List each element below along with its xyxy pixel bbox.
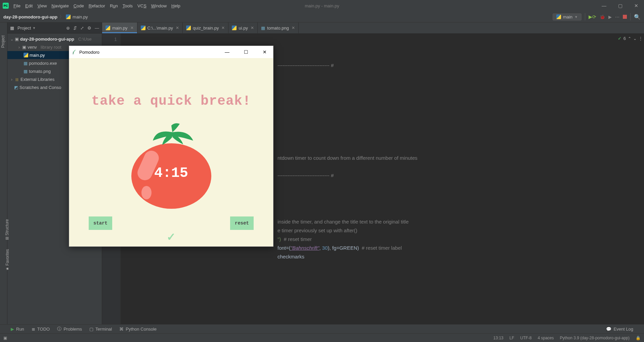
tool-label: Python Console [126,327,157,332]
close-tab-icon[interactable]: ✕ [251,26,254,30]
code-fragment: , [319,245,322,251]
line-separator[interactable]: LF [510,336,514,340]
indent-settings[interactable]: 4 spaces [538,336,554,340]
breadcrumb-file[interactable]: main.py [73,14,88,19]
python-file-icon [232,26,237,30]
locate-file-button[interactable]: ⊕ [66,26,70,31]
start-button[interactable]: start [89,216,112,230]
tool-label: TODO [37,327,50,332]
close-tab-icon[interactable]: ✕ [130,26,134,30]
tree-arrow-icon[interactable]: › [10,77,13,82]
pomodoro-close-button[interactable]: ✕ [259,49,270,55]
python-console-tool-tab[interactable]: ⌘Python Console [119,327,157,332]
project-settings-button[interactable]: ⚙ [87,26,91,31]
tomato-shine-dot [141,186,152,199]
more-actions-button[interactable]: ⋯ [615,14,619,19]
menu-vcs[interactable]: VCS [137,3,146,8]
navigation-bar: day-28-pomodoro-gui-app 〉 main.py main ▼… [0,11,644,22]
problems-tool-tab[interactable]: ⓘProblems [57,326,82,332]
close-tab-icon[interactable]: ✕ [176,26,179,30]
menu-code[interactable]: Code [74,3,84,8]
rail-tab-structure[interactable]: ⊞ Structure [5,219,9,240]
pomodoro-window-title: Pomodoro [79,50,99,55]
expand-all-button[interactable]: ⇵ [73,26,77,31]
image-file-icon: ▩ [261,26,265,31]
main-menu-bar: File Edit View Navigate Code Refactor Ru… [13,3,180,8]
code-fragment: # reset timer label [362,245,402,251]
toolbar-separator [585,13,585,20]
project-view-selector[interactable]: Project ▼ [17,26,63,31]
caret-position[interactable]: 13:13 [493,336,503,340]
terminal-icon: ▢ [89,327,93,332]
pomodoro-title-bar[interactable]: Pomodoro — ☐ ✕ [69,46,273,58]
todo-icon: ≣ [32,327,35,332]
python-interpreter[interactable]: Python 3.9 (day-28-pomodoro-gui-app) [560,336,630,340]
event-log-tool-tab[interactable]: 💬Event Log [606,327,633,332]
menu-navigate[interactable]: Navigate [51,3,69,8]
tree-file-label: tomato.png [29,69,51,74]
code-fragment: 30 [322,245,328,251]
menu-run[interactable]: Run [110,3,118,8]
maximize-button[interactable]: ▢ [615,3,625,8]
menu-window[interactable]: Window [151,3,167,8]
python-file-icon [24,53,28,57]
menu-tools[interactable]: Tools [123,3,133,8]
code-fragment: font [277,245,286,251]
close-tab-icon[interactable]: ✕ [221,26,225,30]
run-config-selector[interactable]: main ▼ [553,13,582,20]
file-encoding[interactable]: UTF-8 [520,336,532,340]
todo-tool-tab[interactable]: ≣TODO [32,327,50,332]
tab-label: ui.py [239,26,248,31]
code-fragment: =( [286,245,291,251]
breadcrumb-root[interactable]: day-28-pomodoro-gui-app [3,14,57,19]
breadcrumb[interactable]: day-28-pomodoro-gui-app 〉 main.py [3,14,88,20]
close-button[interactable]: ✕ [631,3,641,8]
project-panel-header: ▦ Project ▼ ⊕ ⇵ ⤢ ⚙ — [7,22,102,34]
pomodoro-minimize-button[interactable]: — [221,49,233,55]
tomato-stem-icon [129,122,213,149]
code-fragment: "Bahnschrift" [291,245,319,251]
bottom-tool-bar: ▶Run ≣TODO ⓘProblems ▢Terminal ⌘Python C… [0,324,644,333]
exe-file-icon: ▦ [24,61,28,66]
tree-root[interactable]: ⌄ ▣ day-28-pomodoro-gui-app C:\Use [7,35,102,43]
menu-help[interactable]: Help [171,3,180,8]
menu-edit[interactable]: Edit [25,3,33,8]
tab-main[interactable]: main.py ✕ [102,22,137,33]
reset-button[interactable]: reset [230,216,254,230]
rail-tab-project[interactable]: Project [1,35,5,48]
pomodoro-buttons-row: start reset [89,216,254,230]
collapse-all-button[interactable]: ⤢ [80,26,84,31]
tab-label: main.py [112,26,128,31]
toolbar-right: main ▼ ▶⟳ 🐞 ▶ ⋯ 🔍 [553,11,641,22]
debug-button[interactable]: 🐞 [600,14,605,19]
run-with-coverage-button[interactable]: ▶ [608,14,612,19]
hide-panel-button[interactable]: — [95,26,99,31]
breadcrumb-separator-icon: 〉 [59,14,64,20]
tab-quiz-brain[interactable]: quiz_brain.py ✕ [183,22,228,33]
menu-refactor[interactable]: Refactor [89,3,105,8]
terminal-tool-tab[interactable]: ▢Terminal [89,327,112,332]
tab-path-main[interactable]: C:\...\main.py ✕ [137,22,183,33]
tab-tomato[interactable]: ▩ tomato.png ✕ [258,22,299,33]
menu-file[interactable]: File [13,3,20,8]
tab-label: tomato.png [267,26,289,31]
menu-view[interactable]: View [37,3,47,8]
ide-window-title: main.py - main.py [305,3,339,8]
play-icon: ▶ [11,327,14,332]
tab-ui[interactable]: ui.py ✕ [228,22,257,33]
tree-arrow-icon[interactable]: ⌄ [10,37,13,42]
stop-button[interactable] [623,15,627,19]
close-tab-icon[interactable]: ✕ [292,26,295,30]
pomodoro-maximize-button[interactable]: ☐ [240,49,252,55]
run-button[interactable]: ▶⟳ [589,14,596,19]
readonly-lock-icon[interactable]: 🔒 [636,336,641,340]
rail-tab-favorites[interactable]: ★ Favorites [5,249,10,271]
minimize-button[interactable]: — [599,3,609,8]
run-tool-tab[interactable]: ▶Run [11,327,24,332]
code-fragment: =GREEN) [336,245,361,251]
status-indicator-icon[interactable]: ▣ [3,336,7,340]
code-fragment: checkmarks [125,252,304,261]
search-everywhere-icon[interactable]: 🔍 [634,14,641,20]
tree-arrow-icon[interactable]: › [17,45,21,50]
problems-icon: ⓘ [57,326,61,332]
